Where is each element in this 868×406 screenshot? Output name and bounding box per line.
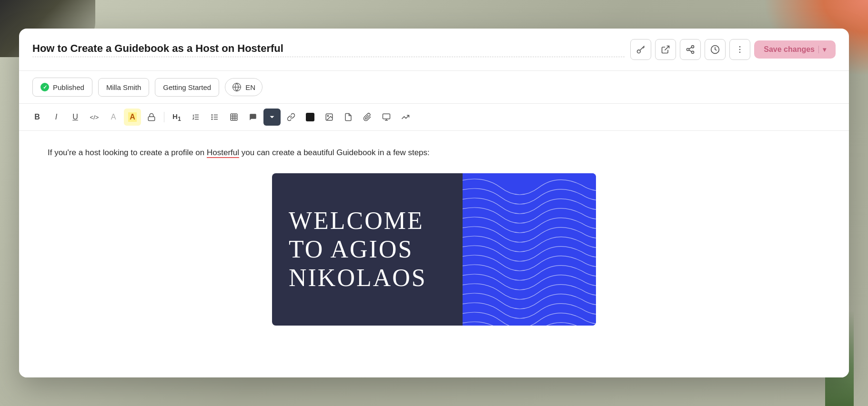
header-actions: Save changes ▾	[630, 39, 836, 60]
status-indicator	[40, 83, 49, 91]
save-label: Save changes	[764, 45, 815, 54]
svg-point-0	[637, 50, 641, 53]
more-options-button[interactable]	[729, 39, 750, 60]
key-button[interactable]	[630, 39, 651, 60]
presentation-button[interactable]	[378, 109, 395, 126]
svg-point-20	[212, 115, 212, 116]
font-highlight-button[interactable]: A	[124, 109, 141, 126]
svg-line-1	[665, 46, 669, 50]
toolbar-separator-1	[164, 112, 164, 122]
underline-button[interactable]: U	[67, 109, 84, 126]
svg-rect-23	[231, 114, 237, 120]
table-button[interactable]	[225, 109, 242, 126]
author-pill[interactable]: Milla Smith	[98, 78, 149, 97]
file-button[interactable]	[340, 109, 357, 126]
card-right-panel	[463, 173, 596, 326]
content-area[interactable]: If you're a host looking to create a pro…	[19, 131, 849, 377]
svg-line-6	[689, 47, 692, 49]
svg-point-4	[692, 51, 694, 53]
category-label: Getting Started	[163, 83, 211, 91]
image-button[interactable]	[321, 109, 338, 126]
bold-button[interactable]: B	[29, 109, 46, 126]
ordered-list-button[interactable]	[187, 109, 204, 126]
link-button[interactable]	[283, 109, 300, 126]
status-pill[interactable]: Published	[32, 78, 92, 97]
svg-point-22	[212, 119, 212, 120]
author-name: Milla Smith	[106, 83, 141, 91]
modal-header: How to Create a Guidebook as a Host on H…	[19, 29, 849, 71]
attachment-button[interactable]	[359, 109, 376, 126]
save-dropdown-arrow[interactable]: ▾	[818, 46, 826, 53]
wave-pattern	[463, 173, 596, 326]
svg-rect-30	[383, 114, 390, 119]
font-color-button[interactable]: A	[105, 109, 122, 126]
history-button[interactable]	[705, 39, 726, 60]
dropdown-button[interactable]	[263, 109, 281, 126]
chart-button[interactable]	[397, 109, 414, 126]
color-block-button[interactable]	[302, 109, 319, 126]
svg-point-21	[212, 117, 212, 118]
unordered-list-button[interactable]	[206, 109, 223, 126]
status-label: Published	[53, 83, 84, 91]
editor-modal: How to Create a Guidebook as a Host on H…	[19, 29, 849, 377]
welcome-card: WELCOME TO AGIOS NIKOLAOS	[272, 173, 596, 326]
quote-button[interactable]	[244, 109, 262, 126]
formatting-toolbar: B I U </> A A H1	[19, 104, 849, 131]
meta-bar: Published Milla Smith Getting Started EN	[19, 71, 849, 104]
card-left-panel: WELCOME TO AGIOS NIKOLAOS	[272, 173, 463, 326]
svg-point-29	[327, 115, 328, 116]
heading-button[interactable]: H1	[168, 109, 185, 126]
svg-point-8	[739, 46, 741, 48]
svg-point-2	[692, 46, 694, 48]
svg-line-5	[689, 50, 692, 51]
lock-button[interactable]	[143, 109, 160, 126]
share-button[interactable]	[680, 39, 701, 60]
language-pill[interactable]: EN	[225, 78, 262, 96]
svg-point-9	[739, 49, 741, 50]
italic-button[interactable]: I	[48, 109, 65, 126]
svg-rect-13	[148, 117, 155, 120]
hosterful-link[interactable]: Hosterful	[207, 148, 239, 158]
external-link-button[interactable]	[655, 39, 676, 60]
category-pill[interactable]: Getting Started	[155, 78, 219, 97]
svg-point-10	[739, 52, 741, 53]
code-button[interactable]: </>	[86, 109, 103, 126]
svg-point-3	[687, 49, 689, 51]
card-welcome-text: WELCOME TO AGIOS NIKOLAOS	[289, 207, 427, 292]
intro-paragraph: If you're a host looking to create a pro…	[48, 146, 476, 160]
article-title[interactable]: How to Create a Guidebook as a Host on H…	[32, 42, 625, 57]
globe-icon	[232, 82, 242, 92]
language-label: EN	[245, 83, 255, 91]
save-changes-button[interactable]: Save changes ▾	[754, 40, 836, 59]
